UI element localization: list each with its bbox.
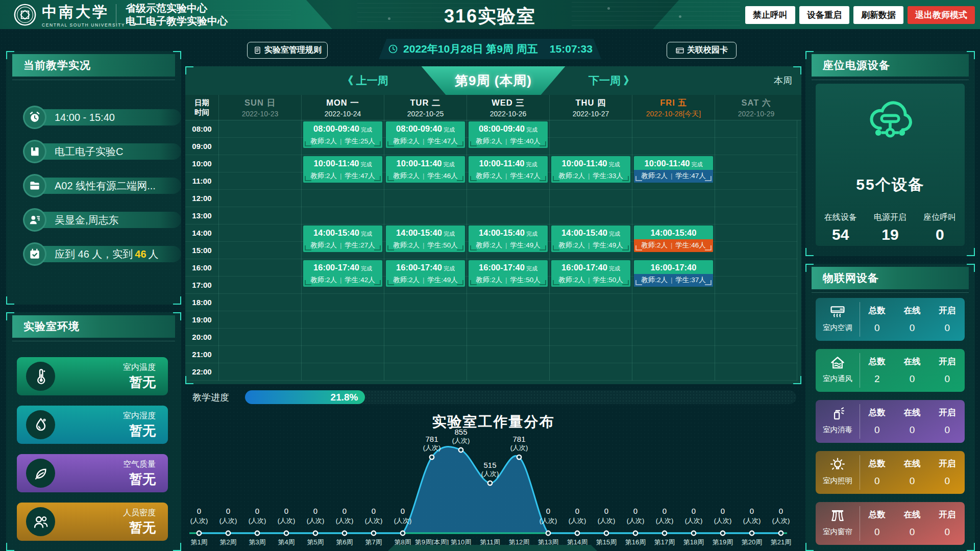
chart-x-label: 第19周 <box>713 538 733 546</box>
chart-unit-label: (人次) <box>510 444 528 452</box>
class-block[interactable]: 16:00-17:40完成教师:2人|学生:50人 <box>469 260 548 287</box>
chart-point <box>721 531 725 535</box>
class-block[interactable]: 14:00-15:40完成教师:2人|学生:27人 <box>303 226 382 252</box>
class-block[interactable]: 16:00-17:40完成教师:2人|学生:50人 <box>551 260 630 287</box>
iot-metric-header: 总数 <box>860 407 895 418</box>
env-label: 空气质量 <box>123 459 156 470</box>
day-date: 2022-10-29 <box>715 110 797 118</box>
next-week-button[interactable]: 下一周 》 <box>589 73 634 88</box>
class-block[interactable]: 10:00-11:40完成教师:2人|学生:47人 <box>303 156 382 183</box>
refresh-data-button[interactable]: 刷新数据 <box>853 6 903 24</box>
iot-device: 室内空调 <box>816 298 860 341</box>
env-icon-circle <box>26 362 55 391</box>
seat-stat-label: 座位呼叫 <box>915 212 965 223</box>
env-label: 人员密度 <box>123 508 156 518</box>
class-status: 完成 <box>609 161 620 167</box>
device-total: 55个设备 <box>816 174 965 195</box>
class-block[interactable]: 10:00-11:40完成教师:2人|学生:46人 <box>386 156 465 183</box>
chart-unit-label: (人次) <box>656 517 674 524</box>
chart-value-label: 515 <box>483 461 496 469</box>
class-block[interactable]: 14:00-15:40完成教师:2人|学生:49人 <box>469 226 548 252</box>
teaching-item-text: 电工电子实验C <box>55 145 123 159</box>
iot-device-label: 室内窗帘 <box>816 527 860 537</box>
chart-value-label: 0 <box>663 507 667 515</box>
class-block[interactable]: 10:00-11:40完成教师:2人|学生:47人 <box>469 156 548 183</box>
class-students: 学生:47人 <box>428 137 458 145</box>
class-students: 学生:37人 <box>676 276 706 284</box>
class-time: 16:00-17:40 <box>561 263 607 272</box>
iot-metric-value: 0 <box>929 475 965 487</box>
teaching-item-icon-circle <box>23 140 46 163</box>
env-icon-circle <box>26 459 55 488</box>
class-students: 学生:50人 <box>593 276 623 284</box>
iot-card-3: 室内照明总数0在线0开启0 <box>816 451 965 494</box>
hour-label: 14:00 <box>185 224 218 242</box>
chart-value-label: 0 <box>313 507 317 515</box>
seat-power-card: 55个设备 在线设备54电源开启19座位呼叫0 <box>816 84 965 246</box>
class-teachers: 教师:2人 <box>476 241 502 249</box>
chart-x-label: 第6周 <box>336 538 353 546</box>
current-week-tab[interactable]: 第9周 (本周) <box>422 66 566 95</box>
class-block[interactable]: 08:00-09:40完成教师:2人|学生:25人 <box>303 121 382 148</box>
iot-metrics: 总数0在线0开启0 <box>860 298 965 341</box>
class-time: 08:00-09:40 <box>479 124 525 133</box>
hour-label: 10:00 <box>185 155 218 172</box>
chart-value-label: 781 <box>512 435 525 443</box>
class-students: 学生:47人 <box>510 172 541 180</box>
class-status: 完成 <box>444 265 455 271</box>
device-restart-button[interactable]: 设备重启 <box>799 6 849 24</box>
class-block[interactable]: 14:00-15:40完成教师:2人|学生:50人 <box>386 226 465 252</box>
chart-point <box>342 531 347 535</box>
hour-label: 18:00 <box>185 294 218 311</box>
class-block[interactable]: 16:00-17:40完成教师:2人|学生:49人 <box>386 260 465 287</box>
class-students: 学生:49人 <box>593 241 623 249</box>
datetime-bar: 2022年10月28日 第9周 周五 15:07:33 <box>379 39 601 59</box>
campus-card-button[interactable]: 关联校园卡 <box>667 42 737 59</box>
chart-value-label: 0 <box>721 507 725 515</box>
chart-x-label: 第12周 <box>509 538 529 546</box>
seat-stat-2: 座位呼叫0 <box>915 212 965 243</box>
chart-value-label: 0 <box>692 507 696 515</box>
lab-rules-button[interactable]: 实验室管理规则 <box>247 42 328 59</box>
class-students: 学生:49人 <box>510 241 541 249</box>
chart-x-label: 第8周 <box>394 538 411 546</box>
iot-card-1: 室内通风总数2在线0开启0 <box>816 349 965 392</box>
day-name: TUR 二 <box>384 97 467 109</box>
chart-unit-label: (人次) <box>743 517 761 524</box>
chart-unit-label: (人次) <box>249 517 266 524</box>
class-time: 16:00-17:40 <box>651 263 697 272</box>
prev-week-button[interactable]: 《 上一周 <box>342 73 388 88</box>
chart-unit-label: (人次) <box>569 517 586 524</box>
class-status: 完成 <box>526 265 537 271</box>
seat-power-panel: 座位电源设备 55个设备 在线设备54电源开启19座位呼叫0 <box>805 51 975 256</box>
class-block[interactable]: 14:00-15:40教师:2人|学生:46人 <box>634 226 713 252</box>
this-week-button[interactable]: 本周 <box>774 74 792 87</box>
chart-x-label: 第1周 <box>190 538 207 546</box>
class-teachers: 教师:2人 <box>641 276 668 284</box>
chart-unit-label: (人次) <box>219 517 237 524</box>
class-block[interactable]: 08:00-09:40完成教师:2人|学生:47人 <box>386 121 465 148</box>
class-block[interactable]: 16:00-17:40教师:2人|学生:37人 <box>634 260 713 287</box>
teaching-item-icon-circle <box>23 242 46 266</box>
class-teachers: 教师:2人 <box>310 137 337 145</box>
class-block[interactable]: 08:00-09:40完成教师:2人|学生:40人 <box>469 121 548 148</box>
chart-value-label: 0 <box>779 507 783 515</box>
class-block[interactable]: 16:00-17:40完成教师:2人|学生:42人 <box>303 260 382 287</box>
class-teachers: 教师:2人 <box>393 137 420 145</box>
chart-x-label: 第5周 <box>307 538 324 546</box>
chart-point <box>401 531 405 535</box>
chart-point <box>459 448 463 452</box>
iot-metrics: 总数0在线0开启0 <box>860 451 965 494</box>
seat-stat-value: 54 <box>816 226 865 243</box>
forbid-call-button[interactable]: 禁止呼叫 <box>745 6 795 24</box>
chart-value-label: 0 <box>342 507 347 515</box>
class-block[interactable]: 10:00-11:40完成教师:2人|学生:33人 <box>551 156 630 183</box>
exit-teacher-mode-button[interactable]: 退出教师模式 <box>908 6 975 24</box>
teaching-item-1: 电工电子实验C <box>23 140 176 163</box>
chart-value-label: 0 <box>575 507 579 515</box>
class-block[interactable]: 14:00-15:40完成教师:2人|学生:49人 <box>551 226 630 252</box>
class-block[interactable]: 10:00-11:40完成教师:2人|学生:47人 <box>634 156 713 183</box>
class-teachers: 教师:2人 <box>393 241 420 249</box>
teaching-item-text: A02 线性有源二端网... <box>55 179 156 193</box>
class-status: 完成 <box>692 161 703 167</box>
